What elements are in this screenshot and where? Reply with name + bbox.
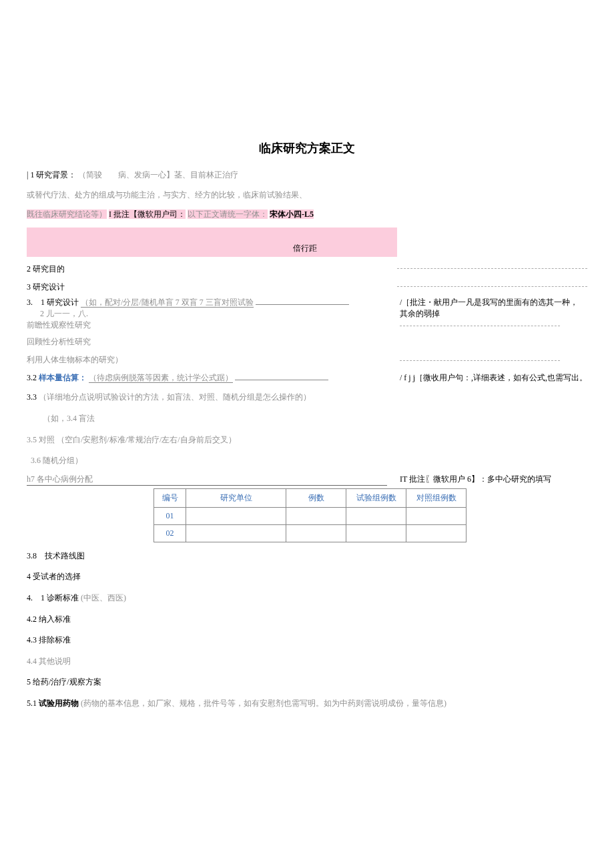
s1-gray1: （简骏 病、发病一心】茎、目前林正治疗 [78,170,238,179]
table-row: 02 [154,524,467,542]
s1-prefix: | 1 研究背景： [27,170,76,179]
s2-label: 2 研究目的 [27,264,397,275]
s33-num: 3.3 [27,392,37,402]
s32-bold: 样本量估算： [39,373,87,382]
dash-line [400,326,560,326]
cell-0-3 [346,507,406,524]
comment-3: / f j j［微收用户句：,详细表述，如有公式,也需写出。 [400,373,587,382]
s41-gray: (中医、西医) [81,593,126,602]
comment-2b: 其余的弱掉 [397,308,587,320]
s41-label: 诊断标准 [47,593,79,602]
cell-0-4 [406,507,467,524]
th-0: 编号 [154,488,186,507]
cell-0-0: 01 [154,507,186,524]
table-row: 01 [154,507,467,524]
s36: 3.6 随机分组） [27,454,587,468]
page-title: 临床研究方案正文 [27,140,587,156]
cell-1-3 [346,524,406,542]
dash-line [400,360,560,361]
th-2: 例数 [286,488,346,507]
centers-table: 编号 研究单位 例数 试验组例数 对照组例数 01 02 [154,488,467,542]
s4-label: 4 受试者的选择 [27,570,587,584]
s3-sub4: 利用人体生物标本的研究） [27,354,397,366]
s31-gray: （如，配对/分层/随机单盲 7 双盲 7 三盲对照试验 [81,298,254,308]
s32-num: 3.2 [27,373,37,382]
pink-block: 倍行距 [27,228,397,257]
cell-1-0: 02 [154,524,186,542]
underline-blank [235,380,328,380]
s35-gray: （空白/安慰剂/标准/常规治疗/左右/自身前后交叉） [57,435,236,444]
s3-sub1: 2 儿一一，八. [27,308,397,320]
dash-line [397,286,587,287]
s34: （如，3.4 盲法 [27,412,587,426]
s35-label: 对照 [39,435,55,444]
cell-1-1 [186,524,286,542]
s1-note1b: 以下正文请统一字体： [188,209,268,219]
s31-label: 研究设计 [47,298,79,307]
s32-gray: （待虑病例脱落等因素，统计学公式踞） [89,373,233,383]
s42: 4.2 纳入标准 [27,612,587,627]
dash-line [397,268,587,269]
th-3: 试验组例数 [346,488,406,507]
s37-comment: IT 批注〖微软用户 6】：多中心研究的填写 [397,474,587,485]
cell-0-1 [186,507,286,524]
s1-gray3: 既往临床研究结论等） [27,209,107,219]
s51-bold: 试验用药物 [39,699,79,708]
cell-1-4 [406,524,467,542]
s3-sub2: 前瞻性观察性研究 [27,320,397,331]
s37-label: h7 各中心病例分配 [27,474,387,486]
s3-sub3: 回顾性分析性研究 [27,335,587,350]
s31-num: 3. 1 [27,298,45,307]
s1-gray2: 或替代疗法、处方的组成与功能主治，与实方、经方的比较，临床前试验结果、 [27,188,587,203]
s41-num: 4. 1 [27,593,45,602]
s38: 3.8 技术路线图 [27,549,587,564]
s5-label: 5 给药/治疗/观察方案 [27,675,587,690]
th-4: 对照组例数 [406,488,467,507]
s33-gray: （详细地分点说明试验设计的方法，如盲法、对照、随机分组是怎么操作的） [39,392,311,402]
s35-num: 3.5 [27,435,37,444]
s3-label: 3 研究设计 [27,282,397,293]
pink-word: 倍行距 [293,243,317,254]
comment-2a: /［批注・献用户一凡是我写的里面有的选其一种， [400,297,587,308]
s1-note1a: I 批注【微软用户司： [109,209,186,219]
s43: 4.3 排除标准 [27,633,587,648]
s51-gray: (药物的基本信息，如厂家、规格，批件号等，如有安慰剂也需写明。如为中药则需说明成… [81,699,446,708]
cell-0-2 [286,507,346,524]
section-1-bg: | 1 研究背景： （简骏 病、发病一心】茎、目前林正治疗 [27,168,587,183]
cell-1-2 [286,524,346,542]
s44: 4.4 其他说明 [27,655,587,669]
s1-note1c: 宋体小四-L5 [270,209,314,219]
th-1: 研究单位 [186,488,286,507]
table-header-row: 编号 研究单位 例数 试验组例数 对照组例数 [154,488,467,507]
s51-num: 5.1 [27,699,37,708]
underline-blank [256,304,349,305]
